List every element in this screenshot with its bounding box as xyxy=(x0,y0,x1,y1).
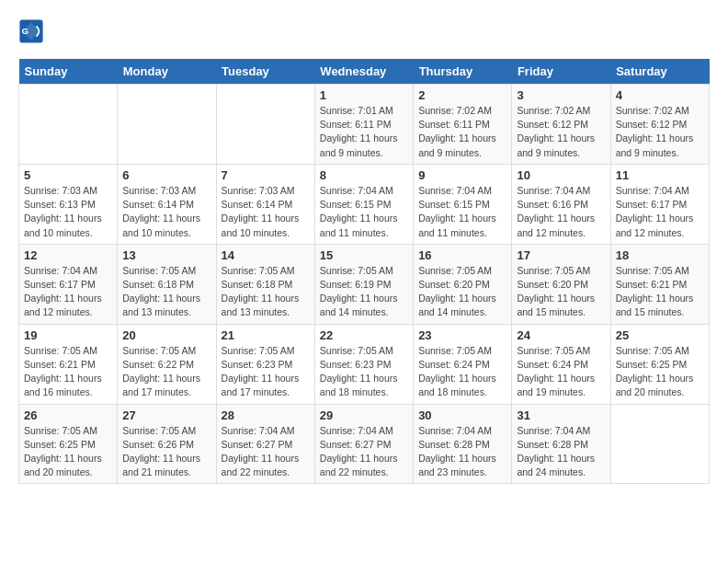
calendar-cell: 21Sunrise: 7:05 AMSunset: 6:23 PMDayligh… xyxy=(216,324,314,404)
calendar-cell: 2Sunrise: 7:02 AMSunset: 6:11 PMDaylight… xyxy=(414,85,512,165)
day-number: 31 xyxy=(517,408,605,422)
day-number: 1 xyxy=(320,88,408,102)
day-detail: Sunrise: 7:05 AMSunset: 6:20 PMDaylight:… xyxy=(418,264,506,320)
calendar-cell: 4Sunrise: 7:02 AMSunset: 6:12 PMDaylight… xyxy=(610,85,709,165)
day-detail: Sunrise: 7:02 AMSunset: 6:12 PMDaylight:… xyxy=(616,104,704,160)
weekday-header-saturday: Saturday xyxy=(610,59,709,85)
calendar-cell: 13Sunrise: 7:05 AMSunset: 6:18 PMDayligh… xyxy=(118,244,216,324)
calendar-cell: 18Sunrise: 7:05 AMSunset: 6:21 PMDayligh… xyxy=(610,244,709,324)
day-number: 14 xyxy=(222,248,310,262)
day-detail: Sunrise: 7:03 AMSunset: 6:14 PMDaylight:… xyxy=(222,184,310,240)
calendar-week-1: 1Sunrise: 7:01 AMSunset: 6:11 PMDaylight… xyxy=(19,85,710,165)
calendar-cell: 17Sunrise: 7:05 AMSunset: 6:20 PMDayligh… xyxy=(512,244,610,324)
day-detail: Sunrise: 7:05 AMSunset: 6:25 PMDaylight:… xyxy=(616,344,704,400)
day-number: 10 xyxy=(517,168,605,182)
day-number: 12 xyxy=(24,248,112,262)
weekday-header-monday: Monday xyxy=(118,59,216,85)
svg-text:G: G xyxy=(22,26,29,36)
day-detail: Sunrise: 7:03 AMSunset: 6:13 PMDaylight:… xyxy=(24,184,112,240)
calendar-cell: 20Sunrise: 7:05 AMSunset: 6:22 PMDayligh… xyxy=(118,324,216,404)
day-detail: Sunrise: 7:04 AMSunset: 6:15 PMDaylight:… xyxy=(418,184,506,240)
day-number: 17 xyxy=(517,248,605,262)
day-number: 13 xyxy=(122,248,210,262)
weekday-header-friday: Friday xyxy=(512,59,610,85)
calendar-cell: 15Sunrise: 7:05 AMSunset: 6:19 PMDayligh… xyxy=(314,244,413,324)
calendar-cell: 3Sunrise: 7:02 AMSunset: 6:12 PMDaylight… xyxy=(512,85,610,165)
logo: G xyxy=(18,18,48,44)
day-number: 8 xyxy=(320,168,408,182)
weekday-header-thursday: Thursday xyxy=(414,59,512,85)
calendar-cell: 23Sunrise: 7:05 AMSunset: 6:24 PMDayligh… xyxy=(414,324,512,404)
day-detail: Sunrise: 7:04 AMSunset: 6:16 PMDaylight:… xyxy=(517,184,605,240)
page-header: G xyxy=(18,18,710,44)
calendar-cell: 16Sunrise: 7:05 AMSunset: 6:20 PMDayligh… xyxy=(414,244,512,324)
day-detail: Sunrise: 7:01 AMSunset: 6:11 PMDaylight:… xyxy=(320,104,408,160)
day-number: 9 xyxy=(418,168,506,182)
day-number: 24 xyxy=(517,328,605,342)
day-number: 27 xyxy=(122,408,210,422)
day-number: 30 xyxy=(418,408,506,422)
day-detail: Sunrise: 7:05 AMSunset: 6:21 PMDaylight:… xyxy=(616,264,704,320)
day-detail: Sunrise: 7:04 AMSunset: 6:28 PMDaylight:… xyxy=(418,424,506,480)
day-number: 4 xyxy=(616,88,704,102)
day-number: 22 xyxy=(320,328,408,342)
calendar-cell: 24Sunrise: 7:05 AMSunset: 6:24 PMDayligh… xyxy=(512,324,610,404)
day-number: 19 xyxy=(24,328,112,342)
day-detail: Sunrise: 7:04 AMSunset: 6:15 PMDaylight:… xyxy=(320,184,408,240)
day-detail: Sunrise: 7:05 AMSunset: 6:24 PMDaylight:… xyxy=(517,344,605,400)
day-number: 21 xyxy=(222,328,310,342)
day-detail: Sunrise: 7:02 AMSunset: 6:12 PMDaylight:… xyxy=(517,104,605,160)
weekday-header-wednesday: Wednesday xyxy=(314,59,413,85)
day-number: 25 xyxy=(616,328,704,342)
day-detail: Sunrise: 7:05 AMSunset: 6:18 PMDaylight:… xyxy=(222,264,310,320)
day-detail: Sunrise: 7:05 AMSunset: 6:23 PMDaylight:… xyxy=(222,344,310,400)
day-number: 2 xyxy=(418,88,506,102)
calendar-cell xyxy=(118,85,216,165)
calendar-cell: 11Sunrise: 7:04 AMSunset: 6:17 PMDayligh… xyxy=(610,164,709,244)
calendar-cell: 29Sunrise: 7:04 AMSunset: 6:27 PMDayligh… xyxy=(314,404,413,484)
weekday-header-row: SundayMondayTuesdayWednesdayThursdayFrid… xyxy=(19,59,710,85)
calendar-table: SundayMondayTuesdayWednesdayThursdayFrid… xyxy=(18,59,710,484)
day-number: 11 xyxy=(616,168,704,182)
calendar-cell: 19Sunrise: 7:05 AMSunset: 6:21 PMDayligh… xyxy=(19,324,118,404)
weekday-header-sunday: Sunday xyxy=(19,59,118,85)
calendar-week-3: 12Sunrise: 7:04 AMSunset: 6:17 PMDayligh… xyxy=(19,244,710,324)
day-detail: Sunrise: 7:05 AMSunset: 6:22 PMDaylight:… xyxy=(122,344,210,400)
calendar-cell: 22Sunrise: 7:05 AMSunset: 6:23 PMDayligh… xyxy=(314,324,413,404)
day-detail: Sunrise: 7:05 AMSunset: 6:23 PMDaylight:… xyxy=(320,344,408,400)
calendar-week-2: 5Sunrise: 7:03 AMSunset: 6:13 PMDaylight… xyxy=(19,164,710,244)
day-detail: Sunrise: 7:03 AMSunset: 6:14 PMDaylight:… xyxy=(122,184,210,240)
logo-icon: G xyxy=(18,18,44,44)
day-detail: Sunrise: 7:05 AMSunset: 6:26 PMDaylight:… xyxy=(122,424,210,480)
calendar-cell: 27Sunrise: 7:05 AMSunset: 6:26 PMDayligh… xyxy=(118,404,216,484)
day-number: 6 xyxy=(122,168,210,182)
calendar-cell: 30Sunrise: 7:04 AMSunset: 6:28 PMDayligh… xyxy=(414,404,512,484)
day-detail: Sunrise: 7:05 AMSunset: 6:20 PMDaylight:… xyxy=(517,264,605,320)
calendar-week-4: 19Sunrise: 7:05 AMSunset: 6:21 PMDayligh… xyxy=(19,324,710,404)
calendar-cell xyxy=(216,85,314,165)
calendar-cell: 25Sunrise: 7:05 AMSunset: 6:25 PMDayligh… xyxy=(610,324,709,404)
day-number: 23 xyxy=(418,328,506,342)
day-detail: Sunrise: 7:02 AMSunset: 6:11 PMDaylight:… xyxy=(418,104,506,160)
calendar-cell: 12Sunrise: 7:04 AMSunset: 6:17 PMDayligh… xyxy=(19,244,118,324)
calendar-cell xyxy=(19,85,118,165)
calendar-week-5: 26Sunrise: 7:05 AMSunset: 6:25 PMDayligh… xyxy=(19,404,710,484)
calendar-cell: 8Sunrise: 7:04 AMSunset: 6:15 PMDaylight… xyxy=(314,164,413,244)
day-number: 28 xyxy=(222,408,310,422)
calendar-cell xyxy=(610,404,709,484)
calendar-cell: 26Sunrise: 7:05 AMSunset: 6:25 PMDayligh… xyxy=(19,404,118,484)
day-number: 18 xyxy=(616,248,704,262)
calendar-cell: 28Sunrise: 7:04 AMSunset: 6:27 PMDayligh… xyxy=(216,404,314,484)
day-number: 15 xyxy=(320,248,408,262)
calendar-cell: 7Sunrise: 7:03 AMSunset: 6:14 PMDaylight… xyxy=(216,164,314,244)
day-detail: Sunrise: 7:05 AMSunset: 6:21 PMDaylight:… xyxy=(24,344,112,400)
day-number: 3 xyxy=(517,88,605,102)
calendar-cell: 5Sunrise: 7:03 AMSunset: 6:13 PMDaylight… xyxy=(19,164,118,244)
calendar-cell: 10Sunrise: 7:04 AMSunset: 6:16 PMDayligh… xyxy=(512,164,610,244)
calendar-cell: 14Sunrise: 7:05 AMSunset: 6:18 PMDayligh… xyxy=(216,244,314,324)
day-number: 29 xyxy=(320,408,408,422)
day-number: 16 xyxy=(418,248,506,262)
day-detail: Sunrise: 7:04 AMSunset: 6:27 PMDaylight:… xyxy=(320,424,408,480)
day-detail: Sunrise: 7:05 AMSunset: 6:25 PMDaylight:… xyxy=(24,424,112,480)
calendar-cell: 31Sunrise: 7:04 AMSunset: 6:28 PMDayligh… xyxy=(512,404,610,484)
